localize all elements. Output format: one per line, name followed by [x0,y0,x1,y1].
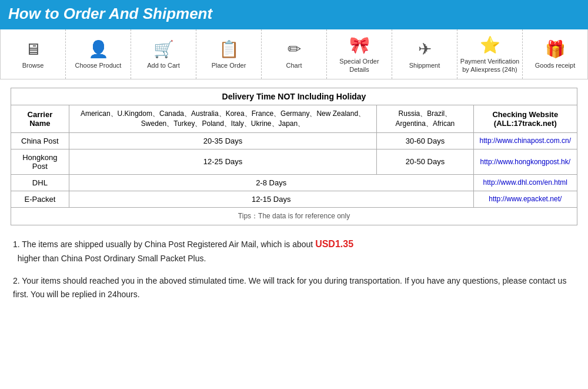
col-regions1-header: American、U.Kingdom、Canada、Australia、Kore… [69,105,377,132]
dhl-days: 2-8 Days [69,174,473,191]
epacket-days: 12-15 Days [69,191,473,207]
note-2-text: 2. Your items should reached you in the … [13,274,575,302]
step-order-label: Place Order [212,61,246,69]
step-add-to-cart[interactable]: 🛒 Add to Cart [131,29,196,79]
col-regions2-header: Russia、Brazil、Argentina、African [377,105,473,132]
step-payment-label: Payment Verification by Aliexpress (24h) [460,57,520,74]
carrier-dhl: DHL [11,174,69,191]
col-website-header: Checking Website(ALL:17track.net) [473,105,577,132]
hkpost-days1: 12-25 Days [69,149,377,174]
delivery-table: Delivery Time NOT Including Holiday Carr… [11,88,577,225]
choose-product-icon: 👤 [88,39,109,59]
page-title: How to Order And Shipment [8,5,580,23]
step-chart-label: Chart [286,61,302,69]
chinapost-days2: 30-60 Days [377,132,473,149]
note-1-continuation: higher than China Post Ordinary Small Pa… [13,252,575,266]
table-tips: Tips：The data is for reference only [11,207,577,225]
steps-bar: 🖥 Browse 👤 Choose Product 🛒 Add to Cart … [0,29,588,79]
table-row-chinapost: China Post 20-35 Days 30-60 Days http://… [11,132,577,149]
note-1-number: 1. [13,240,22,249]
step-choose-product[interactable]: 👤 Choose Product [66,29,131,79]
carrier-epacket: E-Packet [11,191,69,207]
step-receipt-label: Goods receipt [535,61,575,69]
notes-section: 1. The items are shipped usually by Chin… [11,236,577,302]
table-row-dhl: DHL 2-8 Days http://www.dhl.com/en.html [11,174,577,191]
page-wrapper: How to Order And Shipment 🖥 Browse 👤 Cho… [0,0,588,318]
shipment-icon: ✈ [418,39,432,59]
note-1-before: The items are shipped usually by China P… [22,240,315,249]
table-header: Delivery Time NOT Including Holiday [11,88,577,105]
carrier-hkpost: Hongkong Post [11,149,69,174]
step-payment-verification[interactable]: ⭐ Payment Verification by Aliexpress (24… [457,29,523,79]
browse-icon: 🖥 [25,39,41,59]
note-2: 2. Your items should reached you in the … [13,274,575,302]
add-to-cart-icon: 🛒 [153,39,174,59]
payment-icon: ⭐ [480,35,500,55]
note-1-price: USD1.35 [315,239,353,249]
table-row-hkpost: Hongkong Post 12-25 Days 20-50 Days http… [11,149,577,174]
step-place-order[interactable]: 📋 Place Order [196,29,262,79]
note-1-text: 1. The items are shipped usually by Chin… [13,236,575,252]
step-special-order[interactable]: 🎀 Special Order Details [327,29,392,79]
note-2-number: 2. [13,276,22,285]
place-order-icon: 📋 [219,39,239,59]
main-content: Delivery Time NOT Including Holiday Carr… [0,79,588,319]
step-shipment-label: Shippment [409,61,440,69]
chinapost-link[interactable]: http://www.chinapost.com.cn/ [473,132,577,149]
chinapost-days1: 20-35 Days [69,132,377,149]
step-browse-label: Browse [22,61,44,69]
special-order-icon: 🎀 [349,35,370,55]
dhl-link[interactable]: http://www.dhl.com/en.html [473,174,577,191]
carrier-chinapost: China Post [11,132,69,149]
note-2-body: Your items should reached you in the abo… [13,276,566,300]
table-row-epacket: E-Packet 12-15 Days http://www.epacket.n… [11,191,577,207]
tips-row: Tips：The data is for reference only [11,207,577,225]
hkpost-link[interactable]: http://www.hongkongpost.hk/ [473,149,577,174]
step-special-label: Special Order Details [329,57,389,74]
step-goods-receipt[interactable]: 🎁 Goods receipt [523,29,587,79]
goods-receipt-icon: 🎁 [545,39,566,59]
epacket-link[interactable]: http://www.epacket.net/ [473,191,577,207]
col-carrier-header: Carrier Name [11,105,69,132]
step-choose-label: Choose Product [75,61,122,69]
step-browse[interactable]: 🖥 Browse [1,29,66,79]
note-1: 1. The items are shipped usually by Chin… [13,236,575,266]
page-header: How to Order And Shipment [0,0,588,29]
step-shipment[interactable]: ✈ Shippment [392,29,457,79]
step-cart-label: Add to Cart [147,61,180,69]
chart-icon: ✏ [288,39,301,59]
step-chart[interactable]: ✏ Chart [262,29,327,79]
hkpost-days2: 20-50 Days [377,149,473,174]
